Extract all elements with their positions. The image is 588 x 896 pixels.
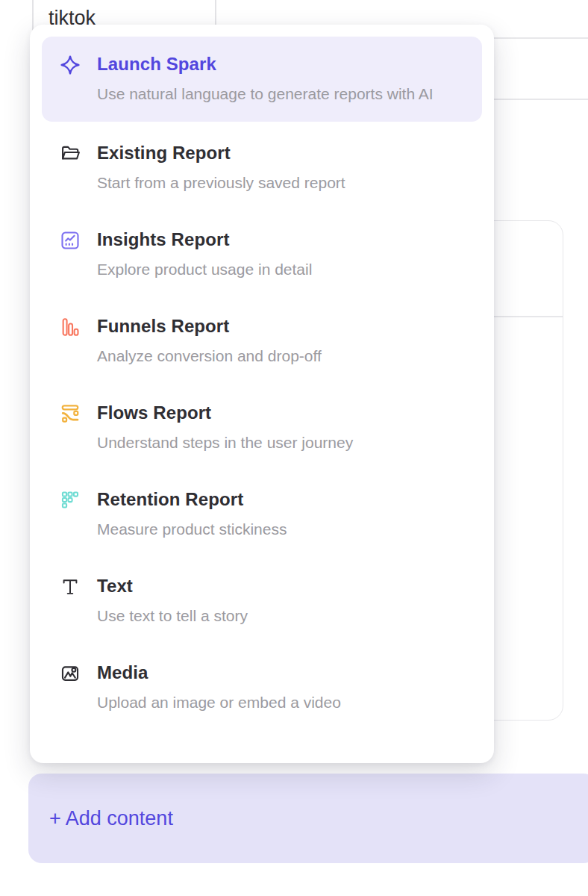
- menu-item-title: Media: [97, 662, 464, 684]
- menu-item-flows-report[interactable]: Flows Report Understand steps in the use…: [42, 388, 482, 468]
- media-icon: [60, 663, 81, 684]
- menu-item-retention-report[interactable]: Retention Report Measure product stickin…: [42, 474, 482, 555]
- menu-item-title: Existing Report: [97, 142, 464, 164]
- menu-item-existing-report[interactable]: Existing Report Start from a previously …: [42, 128, 482, 208]
- menu-item-media[interactable]: Media Upload an image or embed a video: [42, 647, 482, 728]
- add-content-button[interactable]: + Add content: [28, 774, 588, 863]
- text-icon: [60, 576, 81, 597]
- menu-item-description: Explore product usage in detail: [97, 258, 461, 281]
- menu-item-description: Use natural language to generate reports…: [97, 83, 461, 105]
- open-folder-icon: [60, 143, 81, 164]
- menu-item-title: Launch Spark: [97, 53, 464, 75]
- menu-item-description: Analyze conversion and drop-off: [97, 345, 461, 367]
- retention-grid-icon: [60, 490, 81, 511]
- funnel-bars-icon: [60, 317, 81, 337]
- menu-item-description: Measure product stickiness: [97, 518, 461, 541]
- menu-item-description: Start from a previously saved report: [97, 172, 461, 194]
- menu-item-title: Funnels Report: [97, 315, 464, 337]
- spark-icon: [60, 55, 81, 75]
- menu-item-description: Understand steps in the user journey: [97, 432, 461, 454]
- add-content-label: + Add content: [49, 807, 173, 830]
- menu-item-text[interactable]: Text Use text to tell a story: [42, 561, 482, 641]
- menu-item-description: Upload an image or embed a video: [97, 691, 461, 714]
- flows-icon: [60, 403, 81, 424]
- background-grid-line: [484, 99, 588, 100]
- menu-item-title: Insights Report: [97, 228, 464, 251]
- menu-item-description: Use text to tell a story: [97, 605, 461, 627]
- add-content-menu: Launch Spark Use natural language to gen…: [30, 25, 494, 763]
- insights-chart-icon: [60, 230, 81, 251]
- menu-item-launch-spark[interactable]: Launch Spark Use natural language to gen…: [42, 37, 482, 122]
- menu-item-title: Text: [97, 575, 464, 597]
- menu-item-title: Retention Report: [97, 488, 464, 511]
- menu-item-funnels-report[interactable]: Funnels Report Analyze conversion and dr…: [42, 301, 482, 382]
- menu-item-insights-report[interactable]: Insights Report Explore product usage in…: [42, 214, 482, 295]
- background-grid-line: [484, 37, 588, 39]
- menu-item-title: Flows Report: [97, 402, 464, 424]
